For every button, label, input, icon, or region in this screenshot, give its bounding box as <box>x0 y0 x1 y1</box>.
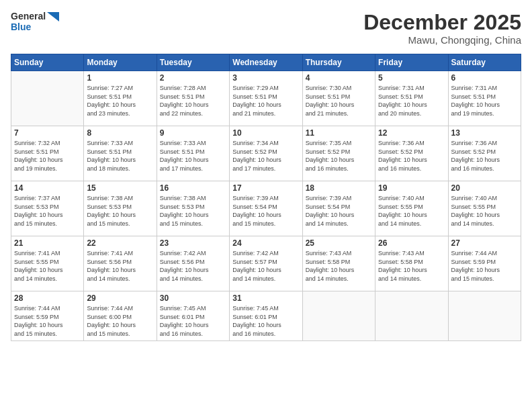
weekday-header-row: SundayMondayTuesdayWednesdayThursdayFrid… <box>11 54 521 71</box>
calendar-day-cell: 31Sunrise: 7:45 AM Sunset: 6:01 PM Dayli… <box>230 291 302 340</box>
day-info: Sunrise: 7:41 AM Sunset: 5:55 PM Dayligh… <box>14 249 81 283</box>
day-info: Sunrise: 7:40 AM Sunset: 5:55 PM Dayligh… <box>451 194 518 228</box>
day-number: 1 <box>87 73 153 83</box>
calendar-day-cell: 19Sunrise: 7:40 AM Sunset: 5:55 PM Dayli… <box>375 181 448 236</box>
calendar-day-cell: 8Sunrise: 7:33 AM Sunset: 5:51 PM Daylig… <box>84 126 157 181</box>
day-info: Sunrise: 7:31 AM Sunset: 5:51 PM Dayligh… <box>378 84 445 118</box>
calendar-week-row: 28Sunrise: 7:44 AM Sunset: 5:59 PM Dayli… <box>11 291 521 340</box>
day-number: 19 <box>378 183 445 193</box>
calendar-day-cell: 10Sunrise: 7:34 AM Sunset: 5:52 PM Dayli… <box>230 126 302 181</box>
weekday-header-friday: Friday <box>375 54 448 71</box>
page: General Blue December 2025 Mawu, Chongqi… <box>0 0 532 411</box>
day-info: Sunrise: 7:34 AM Sunset: 5:52 PM Dayligh… <box>232 139 299 173</box>
day-info: Sunrise: 7:37 AM Sunset: 5:53 PM Dayligh… <box>14 194 81 228</box>
location: Mawu, Chongqing, China <box>363 34 521 46</box>
day-info: Sunrise: 7:28 AM Sunset: 5:51 PM Dayligh… <box>160 84 226 118</box>
day-info: Sunrise: 7:33 AM Sunset: 5:51 PM Dayligh… <box>87 139 153 173</box>
day-number: 17 <box>232 183 299 193</box>
calendar-table: SundayMondayTuesdayWednesdayThursdayFrid… <box>11 54 521 340</box>
day-number: 21 <box>14 238 81 248</box>
day-info: Sunrise: 7:45 AM Sunset: 6:01 PM Dayligh… <box>160 304 226 338</box>
day-number: 7 <box>14 128 81 138</box>
day-number: 31 <box>232 293 299 303</box>
calendar-day-cell: 28Sunrise: 7:44 AM Sunset: 5:59 PM Dayli… <box>11 291 84 340</box>
calendar-day-cell <box>302 291 375 340</box>
calendar-day-cell <box>448 291 521 340</box>
day-info: Sunrise: 7:42 AM Sunset: 5:57 PM Dayligh… <box>232 249 299 283</box>
calendar-day-cell: 29Sunrise: 7:44 AM Sunset: 6:00 PM Dayli… <box>84 291 157 340</box>
calendar-week-row: 7Sunrise: 7:32 AM Sunset: 5:51 PM Daylig… <box>11 126 521 181</box>
day-number: 28 <box>14 293 81 303</box>
calendar-day-cell: 20Sunrise: 7:40 AM Sunset: 5:55 PM Dayli… <box>448 181 521 236</box>
day-info: Sunrise: 7:38 AM Sunset: 5:53 PM Dayligh… <box>87 194 153 228</box>
calendar-day-cell: 30Sunrise: 7:45 AM Sunset: 6:01 PM Dayli… <box>157 291 229 340</box>
calendar-day-cell: 5Sunrise: 7:31 AM Sunset: 5:51 PM Daylig… <box>375 71 448 126</box>
day-info: Sunrise: 7:35 AM Sunset: 5:52 PM Dayligh… <box>306 139 372 173</box>
day-number: 14 <box>14 183 81 193</box>
day-number: 3 <box>232 73 299 83</box>
day-info: Sunrise: 7:30 AM Sunset: 5:51 PM Dayligh… <box>306 84 372 118</box>
day-info: Sunrise: 7:44 AM Sunset: 5:59 PM Dayligh… <box>14 304 81 338</box>
title-block: December 2025 Mawu, Chongqing, China <box>363 11 521 46</box>
weekday-header-sunday: Sunday <box>11 54 84 71</box>
day-info: Sunrise: 7:27 AM Sunset: 5:51 PM Dayligh… <box>87 84 153 118</box>
day-number: 13 <box>451 128 518 138</box>
day-number: 9 <box>160 128 226 138</box>
logo-text: General Blue <box>11 11 59 32</box>
day-number: 23 <box>160 238 226 248</box>
calendar-day-cell: 16Sunrise: 7:38 AM Sunset: 5:53 PM Dayli… <box>157 181 229 236</box>
day-number: 2 <box>160 73 226 83</box>
day-info: Sunrise: 7:42 AM Sunset: 5:56 PM Dayligh… <box>160 249 226 283</box>
day-number: 10 <box>232 128 299 138</box>
day-info: Sunrise: 7:36 AM Sunset: 5:52 PM Dayligh… <box>451 139 518 173</box>
day-number: 18 <box>306 183 372 193</box>
svg-marker-0 <box>47 12 59 21</box>
header: General Blue December 2025 Mawu, Chongqi… <box>11 11 521 46</box>
day-info: Sunrise: 7:36 AM Sunset: 5:52 PM Dayligh… <box>378 139 445 173</box>
calendar-day-cell: 24Sunrise: 7:42 AM Sunset: 5:57 PM Dayli… <box>230 236 302 291</box>
day-info: Sunrise: 7:44 AM Sunset: 6:00 PM Dayligh… <box>87 304 153 338</box>
day-number: 29 <box>87 293 153 303</box>
calendar-week-row: 1Sunrise: 7:27 AM Sunset: 5:51 PM Daylig… <box>11 71 521 126</box>
calendar-day-cell: 13Sunrise: 7:36 AM Sunset: 5:52 PM Dayli… <box>448 126 521 181</box>
calendar-day-cell: 23Sunrise: 7:42 AM Sunset: 5:56 PM Dayli… <box>157 236 229 291</box>
calendar-day-cell <box>375 291 448 340</box>
calendar-day-cell: 12Sunrise: 7:36 AM Sunset: 5:52 PM Dayli… <box>375 126 448 181</box>
calendar-day-cell: 27Sunrise: 7:44 AM Sunset: 5:59 PM Dayli… <box>448 236 521 291</box>
day-number: 16 <box>160 183 226 193</box>
day-number: 15 <box>87 183 153 193</box>
day-info: Sunrise: 7:39 AM Sunset: 5:54 PM Dayligh… <box>306 194 372 228</box>
day-info: Sunrise: 7:29 AM Sunset: 5:51 PM Dayligh… <box>232 84 299 118</box>
day-number: 4 <box>306 73 372 83</box>
day-number: 12 <box>378 128 445 138</box>
day-number: 8 <box>87 128 153 138</box>
day-number: 25 <box>306 238 372 248</box>
weekday-header-monday: Monday <box>84 54 157 71</box>
day-number: 6 <box>451 73 518 83</box>
calendar-week-row: 21Sunrise: 7:41 AM Sunset: 5:55 PM Dayli… <box>11 236 521 291</box>
day-info: Sunrise: 7:43 AM Sunset: 5:58 PM Dayligh… <box>378 249 445 283</box>
day-number: 24 <box>232 238 299 248</box>
calendar-day-cell: 3Sunrise: 7:29 AM Sunset: 5:51 PM Daylig… <box>230 71 302 126</box>
day-number: 27 <box>451 238 518 248</box>
day-info: Sunrise: 7:45 AM Sunset: 6:01 PM Dayligh… <box>232 304 299 338</box>
day-number: 20 <box>451 183 518 193</box>
day-info: Sunrise: 7:43 AM Sunset: 5:58 PM Dayligh… <box>306 249 372 283</box>
calendar-day-cell: 14Sunrise: 7:37 AM Sunset: 5:53 PM Dayli… <box>11 181 84 236</box>
weekday-header-thursday: Thursday <box>302 54 375 71</box>
day-info: Sunrise: 7:32 AM Sunset: 5:51 PM Dayligh… <box>14 139 81 173</box>
day-number: 22 <box>87 238 153 248</box>
calendar-day-cell: 25Sunrise: 7:43 AM Sunset: 5:58 PM Dayli… <box>302 236 375 291</box>
calendar-day-cell: 22Sunrise: 7:41 AM Sunset: 5:56 PM Dayli… <box>84 236 157 291</box>
calendar-day-cell: 21Sunrise: 7:41 AM Sunset: 5:55 PM Dayli… <box>11 236 84 291</box>
day-number: 26 <box>378 238 445 248</box>
day-info: Sunrise: 7:44 AM Sunset: 5:59 PM Dayligh… <box>451 249 518 283</box>
day-info: Sunrise: 7:40 AM Sunset: 5:55 PM Dayligh… <box>378 194 445 228</box>
calendar-day-cell: 9Sunrise: 7:33 AM Sunset: 5:51 PM Daylig… <box>157 126 229 181</box>
calendar-day-cell: 17Sunrise: 7:39 AM Sunset: 5:54 PM Dayli… <box>230 181 302 236</box>
calendar-day-cell: 7Sunrise: 7:32 AM Sunset: 5:51 PM Daylig… <box>11 126 84 181</box>
calendar-day-cell: 6Sunrise: 7:31 AM Sunset: 5:51 PM Daylig… <box>448 71 521 126</box>
calendar-day-cell <box>11 71 84 126</box>
month-title: December 2025 <box>363 11 521 34</box>
day-number: 30 <box>160 293 226 303</box>
